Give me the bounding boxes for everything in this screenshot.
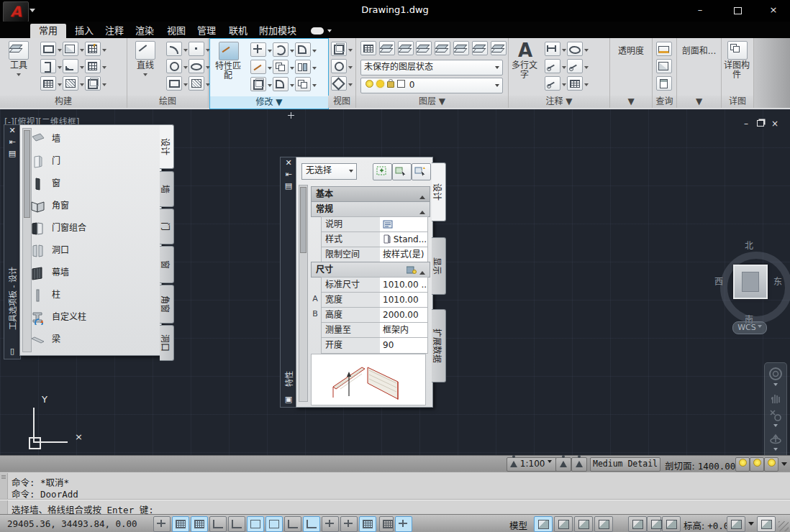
array-tool-icon[interactable] bbox=[295, 77, 311, 91]
panel-inquiry-label[interactable]: 查询 ▼ bbox=[653, 96, 676, 108]
properties-menu-icon[interactable]: ▤ bbox=[281, 180, 296, 192]
prop-value-width[interactable]: 1010.00 bbox=[380, 292, 428, 308]
column-grid-tool-icon[interactable] bbox=[85, 42, 101, 56]
compass-north-label[interactable]: 北 bbox=[745, 239, 753, 251]
palette-tab-corner-window[interactable]: 角窗 bbox=[160, 285, 174, 324]
selection-dropdown[interactable]: 无选择 bbox=[301, 163, 357, 180]
detail-level-dropdown[interactable]: Medium Detail bbox=[590, 457, 660, 472]
layer-on-icon[interactable] bbox=[398, 41, 414, 55]
layer-properties-icon[interactable] bbox=[360, 41, 376, 55]
section-general[interactable]: 常规 bbox=[311, 201, 430, 217]
tool-palette-properties-icon[interactable]: ▯ bbox=[4, 346, 20, 357]
palette-item-door[interactable]: 门 bbox=[30, 150, 60, 172]
panel-view-label[interactable]: 视图 bbox=[328, 96, 355, 108]
zoom-icon[interactable] bbox=[768, 408, 783, 423]
toggle-object-snap[interactable] bbox=[247, 516, 264, 532]
panel-annotate-label[interactable]: 注释 ▼ bbox=[509, 96, 609, 108]
toggle-infer-constraints[interactable] bbox=[153, 516, 171, 532]
palette-item-opening[interactable]: 洞口 bbox=[30, 239, 69, 261]
table-tool-icon[interactable] bbox=[567, 76, 583, 91]
view-cube-tool-icon[interactable] bbox=[331, 42, 347, 56]
palette-tab-design[interactable]: 设计 bbox=[160, 124, 174, 169]
wall-tool-icon[interactable] bbox=[40, 42, 56, 56]
toggle-lineweight[interactable] bbox=[340, 516, 358, 532]
window-tool-icon[interactable] bbox=[40, 76, 56, 91]
viewcube-top-face[interactable] bbox=[733, 265, 768, 299]
measure-distance-icon[interactable] bbox=[656, 42, 672, 56]
scrollbar-thumb[interactable] bbox=[24, 130, 30, 218]
multileader-tool-icon[interactable] bbox=[567, 59, 583, 73]
toggle-snap-mode[interactable] bbox=[172, 516, 189, 532]
toggle-selection-cycling[interactable] bbox=[395, 516, 412, 532]
palette-tab-wall[interactable]: 墙 bbox=[160, 171, 174, 207]
drawing-area[interactable]: [-][俯视][二维线框] – × 北 南 西 东 WCS ⊖ Y × bbox=[0, 109, 790, 455]
curtain-wall-tool-icon[interactable] bbox=[63, 76, 78, 91]
model-space-button[interactable] bbox=[534, 516, 553, 532]
annotation-scale-button[interactable]: 1:100 bbox=[507, 457, 557, 472]
statusbar-menu-caret-icon[interactable] bbox=[748, 522, 754, 528]
transparency-button[interactable]: 透明度 bbox=[610, 44, 652, 56]
palette-item-column[interactable]: 柱 bbox=[30, 284, 60, 306]
move-tool-icon[interactable] bbox=[250, 42, 266, 57]
properties-tab-display[interactable]: 显示 bbox=[432, 237, 446, 295]
layer-dropdown[interactable]: 0 bbox=[360, 78, 503, 93]
fillet-tool-icon[interactable] bbox=[295, 42, 311, 57]
ribbon-minimize-caret-icon[interactable] bbox=[327, 29, 332, 35]
prop-value-height[interactable]: 2000.00 bbox=[380, 307, 428, 324]
minimize-button[interactable]: – bbox=[689, 4, 711, 17]
panel-draw-label[interactable]: 绘图 bbox=[127, 96, 208, 108]
toggle-object-snap-tracking[interactable] bbox=[284, 516, 301, 532]
panel-section-label[interactable]: ▼ bbox=[677, 96, 721, 108]
layer-match-icon[interactable] bbox=[491, 41, 507, 55]
tab-home[interactable]: 常用 bbox=[30, 24, 66, 38]
palette-item-beam[interactable]: 梁 bbox=[30, 329, 60, 350]
drawing-restore-button[interactable] bbox=[754, 119, 767, 129]
navigation-bar[interactable]: ⊖ bbox=[764, 362, 787, 455]
point-tool-icon[interactable] bbox=[189, 42, 204, 56]
box-tool-icon[interactable] bbox=[85, 76, 101, 91]
palette-item-curtain-wall[interactable]: 幕墙 bbox=[30, 262, 69, 283]
toggle-grid-display[interactable] bbox=[191, 516, 208, 532]
copy-tool-icon[interactable] bbox=[273, 60, 289, 74]
panel-modify-label[interactable]: 修改 ▼ bbox=[210, 96, 328, 109]
palette-item-custom-column[interactable]: 自定义柱 bbox=[30, 306, 86, 328]
properties-close-icon[interactable]: ✕ bbox=[281, 157, 296, 169]
palette-tab-opening[interactable]: 洞口 bbox=[160, 325, 174, 361]
steering-wheel-icon[interactable] bbox=[768, 366, 784, 382]
navbar-caret-icon[interactable] bbox=[773, 448, 778, 453]
command-window-grip[interactable] bbox=[0, 473, 8, 515]
panel-build-label[interactable]: 构建 bbox=[0, 96, 127, 108]
stair-tool-icon[interactable] bbox=[63, 59, 78, 73]
compass-west-label[interactable]: 西 bbox=[714, 275, 723, 287]
quick-calc-icon[interactable] bbox=[656, 76, 672, 91]
properties-icon[interactable]: ▣ bbox=[281, 394, 296, 405]
panel-transparency-label[interactable]: ▼ bbox=[610, 96, 652, 108]
navbar-caret-icon[interactable] bbox=[773, 424, 778, 429]
ellipse-tool-icon[interactable] bbox=[189, 59, 204, 73]
annotation-visibility-button[interactable] bbox=[555, 457, 571, 472]
annotation-monitor-button[interactable] bbox=[662, 516, 681, 532]
properties-autohide-icon[interactable]: ⇤ bbox=[281, 169, 296, 180]
ceiling-grid-tool-icon[interactable] bbox=[85, 59, 101, 73]
status-menu-caret-icon[interactable] bbox=[781, 462, 787, 469]
command-line-area[interactable]: 命令: *取消* 命令: DoorAdd 选择墙、格线组合或按 Enter 键: bbox=[0, 472, 790, 515]
pan-hand-icon[interactable] bbox=[768, 391, 783, 405]
erase-tool-icon[interactable] bbox=[250, 60, 266, 74]
palette-item-corner-window[interactable]: 角窗 bbox=[30, 195, 69, 216]
palette-item-wall[interactable]: 墙 bbox=[30, 128, 60, 150]
hatch-tool-icon[interactable] bbox=[189, 76, 204, 91]
display-config-section-button[interactable] bbox=[750, 457, 764, 472]
palette-tab-door[interactable]: 门 bbox=[160, 208, 174, 244]
toggle-dynamic-input[interactable] bbox=[322, 516, 339, 532]
coordinates-readout[interactable]: 29405.36, 34493.84, 0.00 bbox=[7, 518, 137, 529]
unlock-ui-button[interactable] bbox=[647, 516, 661, 532]
layout-tabs-button[interactable] bbox=[594, 516, 613, 532]
clean-screen-button[interactable] bbox=[757, 516, 776, 532]
tool-palette-autohide-icon[interactable]: ⇤ bbox=[4, 137, 20, 148]
properties-tab-design[interactable]: 设计 bbox=[432, 162, 446, 221]
toggle-ortho-mode[interactable] bbox=[209, 516, 227, 532]
properties-tab-extended-data[interactable]: 扩展数据 bbox=[432, 309, 446, 382]
tool-palette-titlebar[interactable]: ✕ ⇤ ▤ 工具选项板 - 设计 ▯ bbox=[4, 124, 21, 359]
prop-value-description[interactable] bbox=[380, 216, 428, 233]
zoom-extents-tool-icon[interactable] bbox=[331, 76, 347, 91]
